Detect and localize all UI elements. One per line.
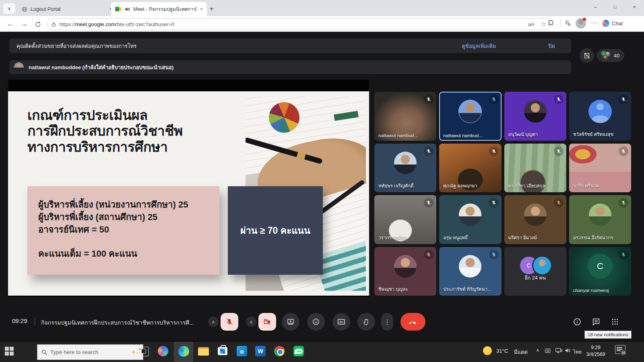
participant-tile[interactable]: nattawut nambud...	[439, 92, 501, 141]
start-button[interactable]	[5, 347, 14, 356]
participant-avatars: c	[600, 51, 611, 60]
maximize-button[interactable]: □	[605, 0, 625, 14]
total-score-line: คะแนนเต็ม = 100 คะแนน	[38, 247, 219, 260]
participant-tile[interactable]: C chanyar rusmeroj	[569, 247, 631, 296]
taskbar-word-icon[interactable]: W	[254, 345, 266, 357]
presenter-note: nattawut nambuddee (กำลังใส่คำอธิบายประก…	[29, 63, 173, 72]
taskbar-chrome-icon[interactable]	[273, 345, 285, 357]
participant-tile[interactable]: ประภารัชต์ หิรัญรัตนา...	[439, 247, 501, 296]
tab-meet[interactable]: Meet - กิจกรรมปฐมนิเทศการฝึกป ×	[111, 2, 207, 16]
refresh-button[interactable]	[33, 19, 43, 29]
participant-tile[interactable]: ชิษณุชา บุญละ	[374, 247, 436, 296]
avatar-cluster: C	[520, 257, 538, 274]
participant-count[interactable]: c 40	[597, 49, 624, 62]
extensions-icon[interactable]	[547, 20, 554, 27]
notification-badge: 18	[620, 349, 627, 356]
collections-icon[interactable]	[564, 20, 571, 27]
muted-mic-icon	[554, 198, 564, 208]
building-slash-icon[interactable]	[580, 48, 594, 63]
participant-tile[interactable]: อนุวัฒน์ บุญตา	[504, 92, 566, 141]
reactions-button[interactable]	[307, 313, 325, 331]
muted-mic-icon	[489, 95, 499, 104]
camera-off-button[interactable]	[258, 313, 276, 331]
mic-off-button[interactable]	[221, 313, 238, 331]
camera-tray-icon[interactable]	[545, 348, 552, 354]
taskbar-explorer-icon[interactable]	[197, 345, 209, 357]
task-view-icon[interactable]	[139, 347, 149, 356]
screen: ∨ Logout Portal × Meet - กิจกรรมปฐมนิเทศ…	[0, 0, 644, 362]
tab-logout-portal[interactable]: Logout Portal ×	[18, 2, 116, 16]
participant-grid: nattawut nambud... nattawut nambud... อน…	[374, 92, 631, 296]
copilot-icon	[602, 20, 609, 27]
chat-icon[interactable]	[591, 317, 601, 327]
tab-audio-icon[interactable]	[124, 6, 130, 12]
taskbar-line-icon[interactable]: LINE	[293, 345, 305, 357]
muted-mic-icon	[489, 250, 499, 259]
participant-tile-overflow[interactable]: C อีก 24 คน	[504, 247, 566, 296]
favorite-star-icon[interactable]: ☆	[541, 21, 546, 28]
raise-hand-button[interactable]	[357, 313, 375, 331]
banner-close-link[interactable]: ปิด	[548, 42, 555, 50]
volume-icon[interactable]	[565, 348, 572, 354]
participant-tile[interactable]: อรวรรณ อึ่งรัตนากร	[569, 195, 631, 244]
taskbar-search[interactable]: Type here to search ✦✦	[37, 344, 143, 360]
forward-button[interactable]: →	[19, 19, 29, 29]
meeting-details-icon[interactable]	[572, 317, 582, 327]
address-bar[interactable]: https://meet.google.com/bte-utfz-zwc?aut…	[47, 18, 551, 30]
learn-more-link[interactable]: ดูข้อมูลเพิ่มเติม	[462, 42, 496, 50]
participant-tile[interactable]: วรากร ชยุติกุล	[374, 195, 436, 244]
participant-name: ประภารัชต์ หิรัญรัตนา...	[443, 286, 491, 293]
translate-icon[interactable]: aA	[528, 21, 535, 27]
participant-name: นริศรา อิ่มวงษ์	[508, 234, 537, 241]
taskbar-edge-icon[interactable]	[178, 345, 190, 357]
present-screen-button[interactable]	[282, 313, 299, 331]
captions-button[interactable]: CC	[332, 313, 350, 331]
participant-name: อรุษ หนูฤทธิ์	[443, 234, 468, 241]
new-tab-button[interactable]: +	[207, 4, 217, 14]
end-call-button[interactable]	[400, 313, 425, 331]
participant-tile[interactable]: จารึก ศรีนาค	[569, 144, 631, 193]
language-indicator[interactable]: ไทย	[573, 348, 582, 356]
mic-options-chevron[interactable]: ∧	[208, 317, 219, 327]
participant-tile[interactable]: หทัยพร เจริญศักดิ์	[374, 144, 436, 193]
muted-mic-icon	[424, 95, 433, 104]
tray-chevron-icon[interactable]: ∧	[536, 348, 539, 353]
participant-name: จารึก ศรีนาค	[573, 182, 599, 189]
participant-tile[interactable]: ชวัลจิรัชย์ ศรีทองสุข	[569, 92, 631, 141]
tab-close-icon[interactable]: ×	[200, 6, 203, 12]
network-icon[interactable]	[555, 348, 562, 354]
copilot-chat-button[interactable]: Chat	[602, 18, 623, 29]
profile-notification-dot	[583, 18, 586, 21]
presenter-banner: nattawut nambuddee (กำลังใส่คำอธิบายประก…	[9, 60, 571, 74]
browser-menu-icon[interactable]: ⋯	[591, 19, 597, 27]
participant-tile[interactable]: นริศรา อิ่มวงษ์	[504, 195, 566, 244]
weather-condition[interactable]: มีแดด	[514, 348, 528, 356]
taskbar-store-icon[interactable]	[217, 345, 229, 357]
close-button[interactable]: ×	[625, 0, 644, 14]
screen-share-stage: เกณฑ์การประเมินผล การฝึกประสบการณ์วิชาชี…	[8, 80, 369, 297]
avatar	[524, 100, 547, 123]
minimize-button[interactable]: –	[586, 0, 605, 14]
taskbar-copilot-icon[interactable]	[157, 345, 169, 357]
participant-tile[interactable]: nattawut nambud...	[374, 92, 436, 141]
clock[interactable]: 9:29 3/4/2569	[583, 344, 609, 358]
activities-grid-icon[interactable]	[610, 317, 620, 327]
pass-criteria-box: ผ่าน ≥ 70 คะแนน	[228, 186, 323, 275]
participant-tile[interactable]: ดร.จริยา เอียบสกุล	[504, 144, 566, 193]
camera-options-chevron[interactable]: ∧	[246, 317, 256, 327]
participant-tile[interactable]: อรุษ หนูฤทธิ์	[439, 195, 501, 244]
taskbar-outlook-icon[interactable]: o	[236, 345, 248, 357]
weather-temperature[interactable]: 31°C	[496, 348, 508, 354]
tab-search-button[interactable]: ∨	[3, 3, 15, 14]
more-options-button[interactable]: ⋮	[381, 313, 393, 331]
score-line: ผู้บริหารพี่เลี้ยง (สถานศึกษา) 25	[38, 211, 219, 223]
avatar	[524, 204, 547, 226]
search-placeholder: Type here to search	[50, 349, 98, 355]
back-button[interactable]: ←	[6, 19, 15, 29]
participant-tile[interactable]: ศุภณัฐ ผลพฤกษา	[439, 144, 501, 193]
muted-mic-icon	[619, 198, 628, 208]
weather-sun-icon[interactable]	[483, 346, 492, 355]
participant-name: วรากร ชยุติกุล	[378, 234, 407, 241]
lock-icon[interactable]	[51, 22, 56, 27]
avatar	[588, 100, 612, 123]
